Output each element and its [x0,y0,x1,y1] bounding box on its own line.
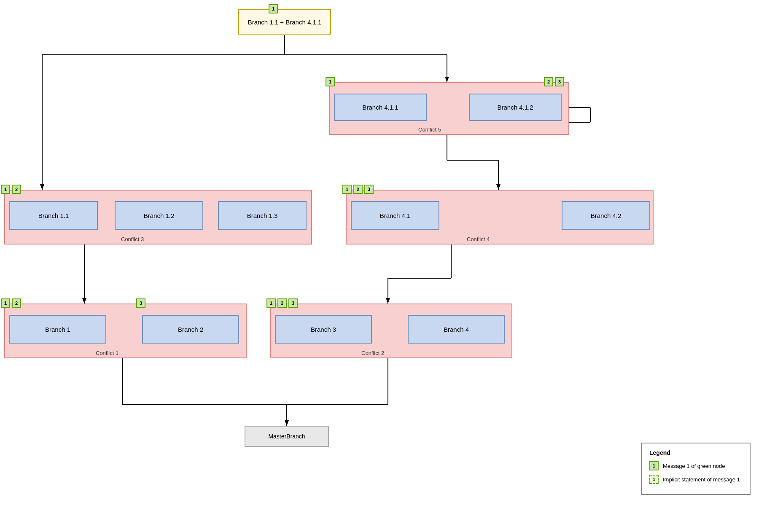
group-34-badge-2: 2 [277,298,287,308]
branch-41-label: Branch 4.1 [380,212,411,219]
branch-412-label: Branch 4.1.2 [497,104,533,111]
svg-marker-3 [445,77,449,82]
group-1-badge-1: 1 [1,185,10,194]
branch-1: Branch 1 [9,315,106,344]
group-4-1-badge-1: 1 [326,77,335,86]
root-badge: 1 [269,4,278,13]
branch-13-label: Branch 1.3 [247,212,278,219]
legend-badge-dashed: 1 [649,475,659,484]
conflict-3-label: Conflict 3 [121,236,144,242]
branch-2: Branch 2 [142,315,239,344]
branch-4: Branch 4 [408,315,505,344]
svg-marker-13 [82,298,86,304]
branch-41: Branch 4.1 [351,201,439,230]
branch-11-label: Branch 1.1 [38,212,69,219]
branch-11: Branch 1.1 [9,201,98,230]
group-34-badge-3: 3 [288,298,298,308]
group-4: Branch 4.1 Branch 4.2 Conflict 4 [346,190,654,245]
branch-1-label: Branch 1 [45,326,70,333]
branch-3-label: Branch 3 [311,326,336,333]
legend-label-2: Implicit statement of message 1 [663,476,740,483]
group-12-badge-2: 2 [12,298,21,308]
group-1: Branch 1.1 Branch 1.2 Branch 1.3 Conflic… [4,190,312,245]
legend-title: Legend [649,449,742,456]
branch-411: Branch 4.1.1 [334,94,427,121]
conflict-4-label: Conflict 4 [467,236,490,242]
group-12-badge-1: 1 [1,298,10,308]
group-4-badge-2: 2 [353,185,363,194]
group-4-1: Branch 4.1.1 Branch 4.1.2 Conflict 5 [329,82,569,135]
branch-12: Branch 1.2 [115,201,203,230]
svg-marker-11 [496,184,501,190]
svg-marker-17 [386,298,390,304]
master-branch-label: MasterBranch [268,433,305,440]
root-node-label: Branch 1.1 + Branch 4.1.1 [248,19,322,26]
conflict-1-label: Conflict 1 [96,350,118,356]
legend-label-1: Message 1 of green node [663,463,725,469]
group-34: Branch 3 Branch 4 Conflict 2 [270,304,512,358]
branch-3: Branch 3 [275,315,372,344]
legend-box: Legend 1 Message 1 of green node 1 Impli… [641,443,751,495]
branch-42-label: Branch 4.2 [591,212,622,219]
branch-412: Branch 4.1.2 [469,94,562,121]
diagram-container: Branch 1.1 + Branch 4.1.1 1 Branch 4.1.1… [0,0,775,532]
group-4-1-badge-3: 3 [555,77,564,86]
branch-42: Branch 4.2 [562,201,650,230]
branch-12-label: Branch 1.2 [144,212,175,219]
group-34-badge-1: 1 [266,298,276,308]
svg-marker-23 [285,420,289,426]
group-4-badge-1: 1 [342,185,352,194]
branch-411-label: Branch 4.1.1 [362,104,398,111]
legend-badge-solid: 1 [649,461,659,470]
branch-13: Branch 1.3 [218,201,307,230]
svg-marker-7 [40,184,44,190]
conflict-5-label: Conflict 5 [418,126,441,133]
group-12-badge-3: 3 [136,298,145,308]
group-1-badge-2: 2 [12,185,21,194]
legend-row-1: 1 Message 1 of green node [649,461,742,470]
branch-2-label: Branch 2 [178,326,203,333]
master-branch-node: MasterBranch [245,426,329,447]
branch-4-label: Branch 4 [444,326,469,333]
group-12: Branch 1 Branch 2 Conflict 1 [4,304,247,358]
conflict-2-label: Conflict 2 [361,350,384,356]
group-4-badge-3: 3 [364,185,374,194]
root-node: Branch 1.1 + Branch 4.1.1 [238,9,331,35]
group-4-1-badge-2: 2 [544,77,553,86]
legend-row-2: 1 Implicit statement of message 1 [649,475,742,484]
